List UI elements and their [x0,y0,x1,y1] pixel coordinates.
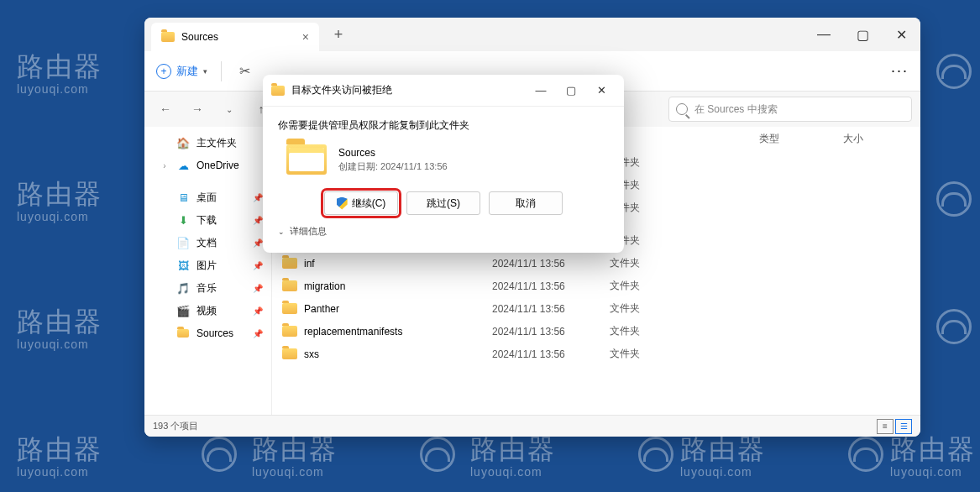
watermark-text: 路由器 [17,432,102,468]
watermark-url: luyouqi.com [17,465,89,479]
file-row[interactable]: replacementmanifests 2024/11/1 13:56 文件夹 [272,320,920,343]
file-row[interactable]: inf 2024/11/1 13:56 文件夹 [272,252,920,275]
pin-icon: 📌 [253,238,263,248]
watermark-text: 路由器 [890,432,976,468]
file-row[interactable]: sxs 2024/11/1 13:56 文件夹 [272,343,920,365]
folder-icon [282,348,297,359]
watermark-text: 路由器 [470,432,556,468]
dialog-folder-name: Sources [338,147,448,159]
sidebar-label: Sources [197,327,233,339]
view-details-button[interactable]: ☰ [895,419,912,434]
watermark-text: 路由器 [680,432,766,468]
desktop-icon: 🖥 [176,191,190,205]
file-row[interactable]: Panther 2024/11/1 13:56 文件夹 [272,297,920,320]
cloud-icon: ☁ [176,159,190,172]
search-placeholder: 在 Sources 中搜索 [694,102,778,117]
sidebar-item-home[interactable]: 🏠 主文件夹 [144,132,271,154]
watermark-text: 路由器 [252,432,338,468]
sidebar-item-downloads[interactable]: ⬇ 下载 📌 [144,209,271,232]
picture-icon: 🖼 [176,259,190,273]
search-input[interactable]: 在 Sources 中搜索 [668,97,912,122]
window-close-button[interactable]: ✕ [882,18,920,51]
sidebar-label: 主文件夹 [197,136,237,150]
skip-button[interactable]: 跳过(S) [406,191,480,215]
folder-icon [286,144,327,175]
sidebar-item-desktop[interactable]: 🖥 桌面 📌 [144,186,271,209]
details-toggle[interactable]: ⌄ 详细信息 [278,225,609,238]
continue-button[interactable]: 继续(C) [324,191,398,215]
pin-icon: 📌 [253,216,263,225]
watermark-url: luyouqi.com [680,465,752,479]
chevron-right-icon: › [160,161,170,170]
dialog-title: 目标文件夹访问被拒绝 [291,83,392,97]
tab-close-icon[interactable]: × [302,30,309,44]
watermark-text: 路由器 [17,176,102,213]
dialog-titlebar[interactable]: 目标文件夹访问被拒绝 — ▢ ✕ [263,75,624,107]
nav-back-button[interactable]: ← [153,97,178,122]
folder-icon [282,326,297,337]
window-minimize-button[interactable]: — [804,18,843,51]
sidebar-item-music[interactable]: 🎵 音乐 📌 [144,277,271,300]
sidebar-label: 音乐 [197,281,217,296]
new-button[interactable]: + 新建 ▾ [156,64,207,79]
new-label: 新建 [176,64,198,79]
folder-icon [282,303,297,314]
watermark-url: luyouqi.com [890,465,962,479]
column-size[interactable]: 大小 [843,132,910,146]
cut-icon[interactable]: ✂ [235,62,254,81]
music-icon: 🎵 [176,282,190,296]
folder-icon [282,280,297,291]
watermark-url: luyouqi.com [17,82,89,96]
cancel-button[interactable]: 取消 [489,191,563,215]
sidebar-item-documents[interactable]: 📄 文档 📌 [144,232,271,254]
watermark-text: 路由器 [17,304,102,341]
separator [221,61,222,81]
sidebar-item-sources[interactable]: Sources 📌 [144,322,271,344]
pin-icon: 📌 [253,329,263,338]
more-icon[interactable]: ··· [891,62,909,80]
watermark-url: luyouqi.com [252,465,324,479]
sidebar-item-pictures[interactable]: 🖼 图片 📌 [144,254,271,277]
watermark-url: luyouqi.com [17,210,89,223]
watermark-icon [848,437,883,472]
chevron-down-icon: ⌄ [278,228,285,236]
sidebar-item-videos[interactable]: 🎬 视频 📌 [144,300,271,322]
sidebar-label: 下载 [197,213,217,228]
video-icon: 🎬 [176,305,190,318]
column-type[interactable]: 类型 [759,132,843,146]
watermark-icon [936,309,972,344]
titlebar[interactable]: Sources × + — ▢ ✕ [144,18,920,51]
watermark-text: 路由器 [17,49,102,86]
watermark-icon [638,437,673,472]
nav-history-button[interactable]: ⌄ [217,97,242,122]
dialog-maximize-button[interactable]: ▢ [557,79,585,102]
document-icon: 📄 [176,237,190,250]
dialog-folder-info: Sources 创建日期: 2024/11/1 13:56 [286,144,609,175]
dialog-message: 你需要提供管理员权限才能复制到此文件夹 [278,118,609,133]
window-maximize-button[interactable]: ▢ [843,18,882,51]
access-denied-dialog: 目标文件夹访问被拒绝 — ▢ ✕ 你需要提供管理员权限才能复制到此文件夹 Sou… [263,75,624,253]
pin-icon: 📌 [253,193,263,202]
watermark-icon [420,437,455,472]
sidebar-label: 视频 [197,304,217,318]
pin-icon: 📌 [253,261,263,270]
view-list-button[interactable]: ≡ [877,419,894,434]
folder-icon [176,327,190,340]
sidebar-label: 桌面 [197,191,217,205]
download-icon: ⬇ [176,214,190,228]
sidebar-label: OneDrive [197,160,239,171]
search-icon [676,103,688,115]
dialog-minimize-button[interactable]: — [527,79,555,102]
sidebar-item-onedrive[interactable]: › ☁ OneDrive [144,154,271,176]
home-icon: 🏠 [176,137,190,150]
new-tab-button[interactable]: + [326,26,351,44]
statusbar: 193 个项目 ≡ ☰ [144,415,920,437]
pin-icon: 📌 [253,284,263,293]
nav-forward-button[interactable]: → [185,97,210,122]
watermark-icon [936,181,972,217]
tab-sources[interactable]: Sources × [151,23,319,51]
file-row[interactable]: migration 2024/11/1 13:56 文件夹 [272,275,920,297]
folder-icon [271,86,285,96]
plus-icon: + [156,64,171,79]
dialog-close-button[interactable]: ✕ [587,79,616,102]
